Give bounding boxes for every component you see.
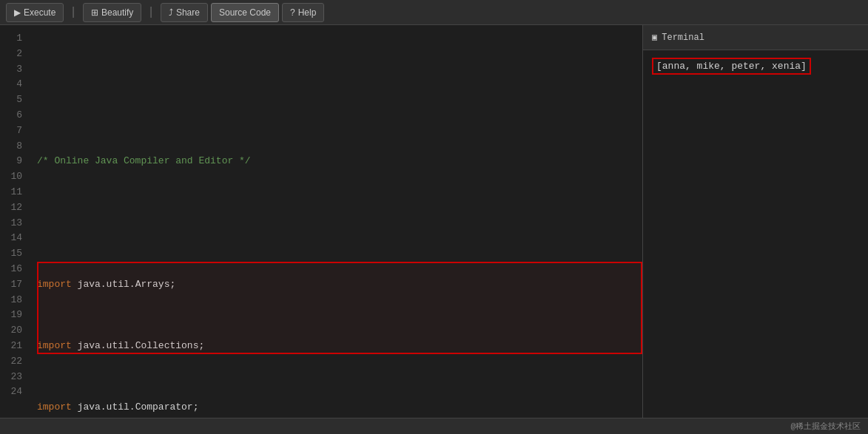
line-num-9: 9 xyxy=(0,154,30,169)
help-label: Help xyxy=(298,7,317,18)
line-num-18: 18 xyxy=(0,293,30,308)
execute-icon: ▶ xyxy=(14,7,21,18)
line-1: /* Online Java Compiler and Editor */ xyxy=(37,154,642,169)
line-num-21: 21 xyxy=(0,339,30,354)
code-content[interactable]: /* Online Java Compiler and Editor */ im… xyxy=(30,25,642,418)
terminal-output: [anna, mike, peter, xenia] xyxy=(652,58,811,75)
source-code-label: Source Code xyxy=(219,7,271,18)
source-code-button[interactable]: Source Code xyxy=(211,3,279,22)
line-num-10: 10 xyxy=(0,169,30,185)
terminal-title: Terminal xyxy=(662,33,704,43)
watermark-text: @稀土掘金技术社区 xyxy=(790,421,861,432)
code-lines: /* Online Java Compiler and Editor */ im… xyxy=(37,62,642,418)
line-4: import java.util.Collections; xyxy=(37,339,642,354)
code-area[interactable]: 1 2 3 4 5 6 7 8 9 10 11 12 13 14 15 16 1… xyxy=(0,25,642,418)
execute-label: Execute xyxy=(24,7,55,18)
line-num-20: 20 xyxy=(0,323,30,339)
line-num-22: 22 xyxy=(0,354,30,370)
terminal-icon: ▣ xyxy=(652,32,657,43)
terminal-body: [anna, mike, peter, xenia] xyxy=(643,50,868,418)
statusbar: @稀土掘金技术社区 xyxy=(0,418,868,434)
terminal-header: ▣ Terminal xyxy=(643,25,868,50)
line-2 xyxy=(37,216,642,231)
beautify-button[interactable]: ⊞ Beautify xyxy=(83,3,141,22)
help-icon: ? xyxy=(290,7,295,18)
line-num-15: 15 xyxy=(0,246,30,262)
separator-1: | xyxy=(70,6,77,19)
line-num-19: 19 xyxy=(0,308,30,323)
share-label: Share xyxy=(176,7,200,18)
line-num-24: 24 xyxy=(0,384,30,400)
terminal-panel: ▣ Terminal [anna, mike, peter, xenia] xyxy=(642,25,868,418)
line-num-17: 17 xyxy=(0,277,30,293)
line-num-12: 12 xyxy=(0,200,30,216)
line-num-8: 8 xyxy=(0,139,30,155)
execute-button[interactable]: ▶ Execute xyxy=(6,3,64,22)
line-num-11: 11 xyxy=(0,185,30,200)
toolbar: ▶ Execute | ⊞ Beautify | ⤴ Share Source … xyxy=(0,0,868,25)
help-button[interactable]: ? Help xyxy=(282,3,324,22)
line-num-5: 5 xyxy=(0,92,30,108)
line-numbers: 1 2 3 4 5 6 7 8 9 10 11 12 13 14 15 16 1… xyxy=(0,25,30,418)
line-3: import java.util.Arrays; xyxy=(37,277,642,293)
line-num-3: 3 xyxy=(0,62,30,78)
line-num-7: 7 xyxy=(0,123,30,139)
share-button[interactable]: ⤴ Share xyxy=(161,3,208,22)
beautify-label: Beautify xyxy=(101,7,133,18)
line-num-2: 2 xyxy=(0,47,30,62)
line-num-23: 23 xyxy=(0,370,30,385)
line-num-1: 1 xyxy=(0,31,30,47)
line-num-13: 13 xyxy=(0,216,30,231)
line-5: import java.util.Comparator; xyxy=(37,400,642,416)
code-editor[interactable]: 1 2 3 4 5 6 7 8 9 10 11 12 13 14 15 16 1… xyxy=(0,25,642,418)
separator-2: | xyxy=(147,6,155,19)
share-icon: ⤴ xyxy=(169,7,173,18)
beautify-icon: ⊞ xyxy=(91,7,98,18)
line-num-16: 16 xyxy=(0,262,30,277)
line-num-6: 6 xyxy=(0,108,30,123)
line-num-14: 14 xyxy=(0,231,30,246)
main-content: 1 2 3 4 5 6 7 8 9 10 11 12 13 14 15 16 1… xyxy=(0,25,868,418)
line-num-4: 4 xyxy=(0,77,30,92)
